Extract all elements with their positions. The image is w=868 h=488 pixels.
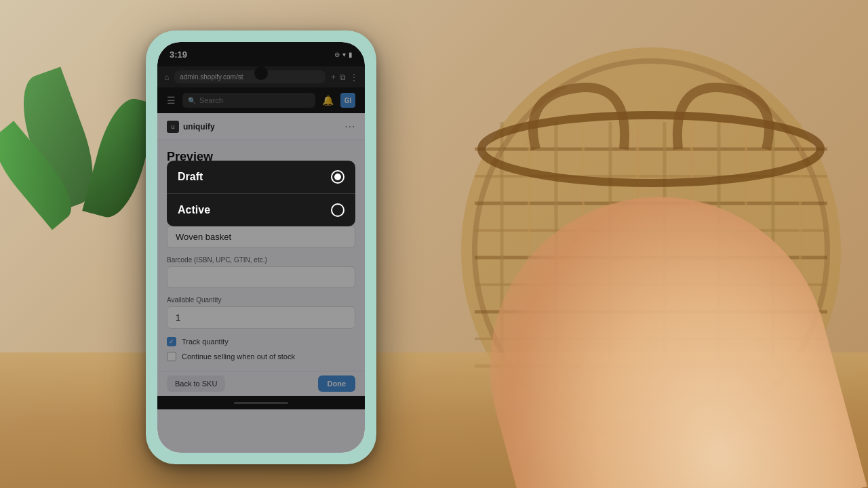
active-option-label: Active [178,204,210,216]
active-radio-unselected [331,203,344,217]
dropdown-item-active[interactable]: Active [167,194,355,226]
dropdown-item-draft[interactable]: Draft [167,161,355,194]
draft-option-label: Draft [178,171,203,183]
draft-radio-selected [331,170,344,184]
status-dropdown-menu: Draft Active [167,161,355,226]
dropdown-overlay[interactable] [157,42,365,453]
radio-dot [334,174,341,180]
phone-screen: 3:19 ⊖ ▾ ▮ ⌂ admin.shopify.com/st + ⧉ ⋮ … [157,42,365,453]
